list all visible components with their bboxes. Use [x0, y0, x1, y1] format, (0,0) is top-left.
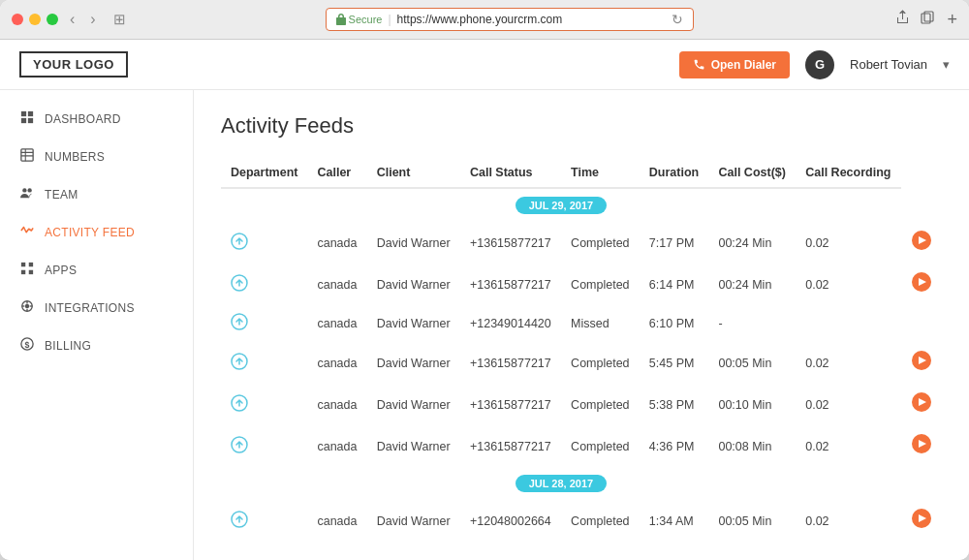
- user-dropdown-icon[interactable]: ▾: [943, 57, 950, 72]
- cell-call-recording[interactable]: [901, 342, 942, 384]
- col-header-duration: Duration: [640, 158, 709, 188]
- cell-time: 6:14 PM: [640, 264, 709, 305]
- svg-rect-15: [29, 270, 33, 274]
- cell-duration: 00:05 Min: [708, 500, 796, 542]
- svg-point-17: [25, 304, 29, 308]
- sidebar-item-integrations[interactable]: Integrations: [0, 289, 193, 327]
- cell-call-recording[interactable]: [901, 425, 942, 467]
- sidebar-label-apps: Apps: [45, 264, 77, 277]
- sidebar-label-dashboard: Dashboard: [45, 112, 121, 126]
- cell-time: 1:34 AM: [640, 500, 709, 542]
- call-arrow-icon: [231, 278, 248, 295]
- play-button[interactable]: [911, 275, 932, 296]
- main-content: Activity Feeds Department Caller Client …: [194, 90, 969, 560]
- grid-icon: [19, 110, 35, 127]
- cell-call-cost: 0.02: [796, 222, 901, 264]
- cell-call-recording[interactable]: [901, 264, 942, 305]
- cell-call-cost: [796, 305, 901, 342]
- play-button[interactable]: [911, 354, 932, 375]
- svg-rect-3: [28, 111, 33, 116]
- open-dialer-label: Open Dialer: [711, 58, 776, 72]
- svg-text:$: $: [24, 340, 29, 350]
- table-row: canadaDavid Warner+13615877217Completed5…: [221, 384, 942, 425]
- sidebar-item-dashboard[interactable]: Dashboard: [0, 100, 193, 138]
- maximize-button[interactable]: [47, 14, 58, 25]
- duplicate-button[interactable]: [920, 10, 935, 29]
- sidebar: Dashboard Numbers Team: [0, 90, 194, 560]
- cell-call-status: Completed: [561, 425, 640, 467]
- new-tab-button[interactable]: +: [947, 10, 957, 30]
- sidebar-label-billing: Billing: [45, 339, 91, 353]
- svg-rect-12: [21, 263, 25, 266]
- svg-rect-2: [21, 111, 26, 116]
- cell-department: canada: [307, 342, 366, 384]
- sidebar-item-activity-feed[interactable]: Activity Feed: [0, 213, 193, 251]
- browser-window: ‹ › ⊞ Secure | https://www.phone.yourcrm…: [0, 0, 969, 560]
- cell-call-recording[interactable]: [901, 500, 942, 542]
- play-button[interactable]: [911, 233, 932, 255]
- cell-time: 5:38 PM: [640, 384, 709, 425]
- url-text: https://www.phone.yourcrm.com: [397, 13, 666, 26]
- date-separator-row: JUL 28, 2017: [221, 467, 942, 500]
- cell-department: canada: [307, 425, 366, 467]
- sidebar-item-numbers[interactable]: Numbers: [0, 138, 193, 175]
- cell-time: 4:36 PM: [640, 425, 709, 467]
- play-button[interactable]: [911, 512, 932, 533]
- sidebar-item-billing[interactable]: $ Billing: [0, 327, 193, 364]
- reload-button[interactable]: ↻: [672, 12, 683, 27]
- cell-department: canada: [307, 384, 366, 425]
- sidebar-toggle-button[interactable]: ⊞: [108, 9, 132, 30]
- cell-call-cost: 0.02: [796, 384, 901, 425]
- integrations-icon: [19, 299, 35, 316]
- cell-duration: 00:24 Min: [708, 264, 796, 305]
- cell-caller: David Warner: [367, 384, 460, 425]
- cell-caller: David Warner: [367, 222, 460, 264]
- sidebar-label-numbers: Numbers: [45, 150, 105, 164]
- svg-rect-14: [21, 270, 25, 274]
- date-badge: JUL 28, 2017: [516, 475, 607, 492]
- cell-department: canada: [307, 305, 366, 342]
- header-right: Open Dialer G Robert Tovian ▾: [679, 50, 950, 79]
- cell-call-cost: 0.02: [796, 500, 901, 542]
- call-arrow-icon: [231, 398, 248, 415]
- table-row: canadaDavid Warner+13615877217Completed7…: [221, 222, 942, 264]
- svg-point-11: [27, 188, 31, 192]
- table-row: canadaDavid Warner+12048002664Completed1…: [221, 500, 942, 542]
- back-button[interactable]: ‹: [66, 9, 78, 30]
- cell-caller: David Warner: [367, 500, 460, 542]
- cell-department: canada: [307, 222, 366, 264]
- forward-button[interactable]: ›: [86, 9, 99, 30]
- cell-call-cost: 0.02: [796, 342, 901, 384]
- col-header-call-recording: Call Recording: [796, 158, 901, 188]
- cell-client: +13615877217: [460, 384, 561, 425]
- cell-call-recording[interactable]: [901, 222, 942, 264]
- billing-icon: $: [19, 337, 35, 354]
- call-arrow-icon: [231, 357, 248, 373]
- cell-time: 7:17 PM: [640, 222, 709, 264]
- date-badge: JUL 29, 2017: [516, 197, 607, 214]
- people-icon: [19, 186, 35, 202]
- cell-client: +13615877217: [460, 425, 561, 467]
- user-avatar: G: [805, 50, 834, 79]
- sidebar-item-team[interactable]: Team: [0, 175, 193, 213]
- sidebar-item-apps[interactable]: Apps: [0, 251, 193, 289]
- share-button[interactable]: [894, 10, 910, 29]
- col-header-client: Client: [367, 158, 460, 188]
- cell-call-recording: [901, 305, 942, 342]
- browser-chrome: ‹ › ⊞ Secure | https://www.phone.yourcrm…: [0, 0, 969, 40]
- cell-call-status: Missed: [561, 305, 640, 342]
- open-dialer-button[interactable]: Open Dialer: [679, 51, 790, 78]
- date-separator-row: JUL 29, 2017: [221, 188, 942, 222]
- close-button[interactable]: [12, 14, 23, 25]
- play-button[interactable]: [911, 395, 932, 417]
- svg-rect-6: [21, 149, 33, 161]
- cell-client: +13615877217: [460, 222, 561, 264]
- cell-department: canada: [307, 500, 366, 542]
- address-bar[interactable]: Secure | https://www.phone.yourcrm.com ↻: [326, 8, 694, 31]
- minimize-button[interactable]: [29, 14, 41, 25]
- secure-indicator: Secure: [336, 14, 383, 25]
- cell-call-status: Completed: [561, 500, 640, 542]
- play-button[interactable]: [911, 437, 932, 458]
- cell-call-recording[interactable]: [901, 384, 942, 425]
- call-arrow-icon: [231, 440, 248, 456]
